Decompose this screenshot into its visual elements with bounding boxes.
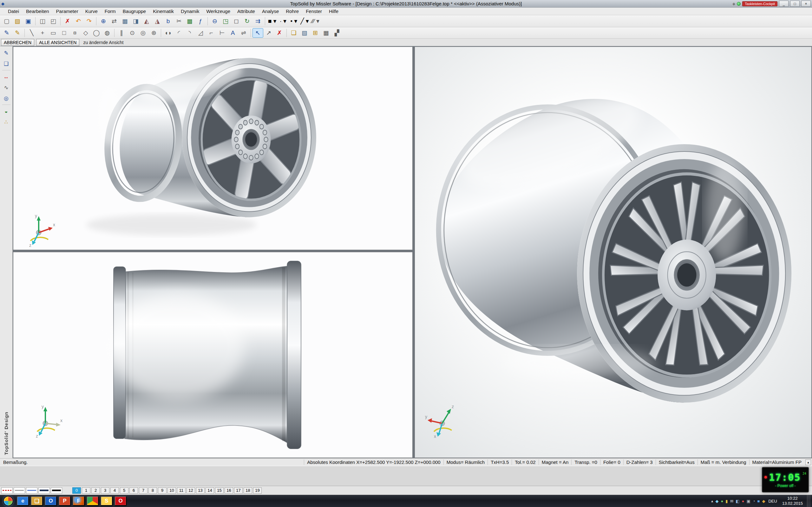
delete-icon[interactable]: ✗ (62, 16, 73, 26)
undo-icon[interactable]: ↶ (73, 16, 84, 26)
viewport-right[interactable]: z y x (414, 46, 812, 458)
current-color-swatch[interactable]: ■ ▾ (267, 16, 277, 26)
menu-bearbeiten[interactable]: Bearbeiten (22, 8, 53, 14)
tray-app-3-icon[interactable]: ▮ (725, 499, 728, 503)
tray-app-2-icon[interactable]: ● (721, 499, 723, 503)
line-style-icon[interactable]: ╱ ▾ (299, 16, 310, 26)
layer-button[interactable]: 19 (253, 487, 262, 494)
tool-measure-icon[interactable]: ◮ (152, 16, 163, 26)
rail-dimension-icon[interactable]: ↔ (2, 72, 11, 81)
center-circle-icon[interactable]: ⊙ (127, 28, 138, 38)
chamfer-icon[interactable]: ◿ (195, 28, 206, 38)
menu-parameter[interactable]: Parameter (53, 8, 82, 14)
layer-button[interactable]: 16 (224, 487, 233, 494)
pan-view-icon[interactable]: ⇄ (109, 16, 119, 26)
menu-analyse[interactable]: Analyse (258, 8, 282, 14)
new-file-icon[interactable]: ▢ (1, 16, 12, 26)
tray-app-4-icon[interactable]: ✉ (730, 499, 733, 503)
layer-button[interactable]: 5 (120, 487, 129, 494)
stairs-icon[interactable]: ▞ (332, 28, 342, 38)
tray-clock[interactable]: 10:22 13.02.2015 (780, 496, 805, 506)
minimize-button[interactable]: _ (779, 1, 789, 7)
layer-button[interactable]: 9 (158, 487, 166, 494)
opera-icon[interactable]: O (114, 496, 126, 506)
tool-hammer-icon[interactable]: ◭ (141, 16, 152, 26)
redraw-icon[interactable]: ↻ (242, 16, 252, 26)
restore-button[interactable]: □ (790, 1, 800, 7)
menu-kinematik[interactable]: Kinematik (149, 8, 177, 14)
hatch-style-icon[interactable]: ∕∕∕ ▾ (310, 16, 321, 26)
menu-dynamik[interactable]: Dynamik (177, 8, 203, 14)
section-calc-icon[interactable]: ◨ (131, 16, 141, 26)
layer-button[interactable]: 17 (234, 487, 243, 494)
rail-sketch-icon[interactable]: ✎ (2, 48, 11, 58)
point-style-small-icon[interactable]: · ▾ (277, 16, 288, 26)
layer-button[interactable]: 1 (82, 487, 90, 494)
corner-fillet-icon[interactable]: ◝ (184, 28, 195, 38)
rectangle-icon[interactable]: ▭ (48, 28, 59, 38)
layer-button[interactable]: 2 (91, 487, 100, 494)
rail-circle-icon[interactable]: ◎ (2, 94, 11, 103)
layer-button[interactable]: 15 (215, 487, 223, 494)
chrome-icon[interactable] (87, 496, 99, 506)
menu-hilfe[interactable]: Hilfe (325, 8, 342, 14)
save-icon[interactable]: ▣ (23, 16, 34, 26)
erase-icon[interactable]: ✗ (274, 28, 285, 38)
tray-expand-button[interactable]: ▴ (711, 499, 713, 503)
slot-icon[interactable]: ◖◗ (163, 28, 173, 38)
menu-baugruppe[interactable]: Baugruppe (119, 8, 149, 14)
status-scroll-button[interactable]: ▴ (805, 459, 811, 465)
concentric-circle-icon[interactable]: ◎ (138, 28, 148, 38)
linestyle-blue[interactable] (26, 487, 38, 494)
viewport-bottom-left[interactable]: y x z (13, 251, 413, 458)
menu-datei[interactable]: Datei (4, 8, 22, 14)
menu-kurve[interactable]: Kurve (82, 8, 101, 14)
menu-form[interactable]: Form (101, 8, 119, 14)
rail-part-icon[interactable]: ❑ (2, 59, 11, 68)
beta-calc-icon[interactable]: b (163, 16, 173, 26)
rail-assembly-icon[interactable]: ∴ (2, 117, 11, 127)
multi-window-icon[interactable]: ⇉ (252, 16, 263, 26)
polygon-icon[interactable]: ◇ (80, 28, 91, 38)
tangent-circle-icon[interactable]: ⊛ (148, 28, 159, 38)
fit-all-icon[interactable]: ◳ (220, 16, 231, 26)
freehand-pen-icon[interactable]: ✎ (12, 28, 23, 38)
mirror-icon[interactable]: ⇌ (238, 28, 249, 38)
layer-button[interactable]: 3 (101, 487, 109, 494)
axes-icon[interactable]: ¤ (69, 28, 80, 38)
tray-app-8-icon[interactable]: ◔ (753, 499, 755, 503)
linestyle-red-dashdot[interactable] (1, 487, 13, 494)
layer-button[interactable]: 7 (139, 487, 148, 494)
rail-curve-icon[interactable]: ∿ (2, 83, 11, 92)
internet-explorer-icon[interactable]: e (17, 496, 29, 506)
layer-button[interactable]: 10 (167, 487, 176, 494)
rail-shading-icon[interactable]: ◒ (2, 107, 11, 116)
move-arrow-icon[interactable]: ↗ (263, 28, 274, 38)
linestyle-gray[interactable] (14, 487, 25, 494)
redo-icon[interactable]: ↷ (84, 16, 95, 26)
menu-rohre[interactable]: Rohre (282, 8, 302, 14)
powerpoint-icon[interactable]: P (59, 496, 71, 506)
trim-icon[interactable]: ⌐ (206, 28, 217, 38)
cancel-button[interactable]: ABBRECHEN (1, 39, 34, 46)
linestyle-navy-thick[interactable] (38, 487, 50, 494)
parallel-lines-icon[interactable]: ∥ (116, 28, 127, 38)
ellipse-icon[interactable]: ◯ (91, 28, 102, 38)
firefox-icon[interactable]: F (72, 496, 85, 506)
print-icon[interactable]: ◫ (37, 16, 48, 26)
select-arrow-icon[interactable]: ↖ (252, 28, 263, 38)
layer-button[interactable]: 6 (130, 487, 138, 494)
mass-calc-icon[interactable]: ▦ (119, 16, 131, 26)
viewport-top-left[interactable]: y x z (13, 46, 413, 250)
oval-icon[interactable]: ◍ (102, 28, 113, 38)
menu-werkzeuge[interactable]: Werkzeuge (203, 8, 234, 14)
sketchup-icon[interactable]: S (101, 496, 113, 506)
point-icon[interactable]: + (37, 28, 48, 38)
tray-app-6-icon[interactable]: ● (742, 499, 745, 503)
line-icon[interactable]: ╲ (26, 28, 37, 38)
close-button[interactable]: × (801, 1, 811, 7)
screen-icon[interactable]: ◻ (231, 16, 242, 26)
formula-icon[interactable]: ƒ (195, 16, 206, 26)
text-icon[interactable]: A (227, 28, 238, 38)
open-file-icon[interactable]: ▧ (12, 16, 23, 26)
